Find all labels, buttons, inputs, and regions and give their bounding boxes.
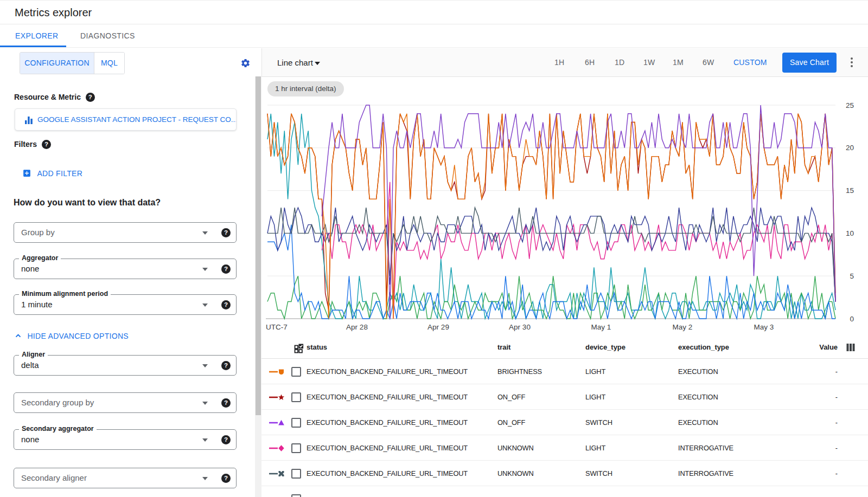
svg-text:May 2: May 2 — [673, 323, 693, 331]
svg-text:20: 20 — [846, 144, 854, 152]
svg-text:May 1: May 1 — [591, 323, 611, 331]
svg-text:May 3: May 3 — [754, 323, 774, 331]
svg-text:25: 25 — [846, 101, 854, 109]
svg-text:Apr 29: Apr 29 — [427, 323, 449, 331]
svg-text:Apr 30: Apr 30 — [509, 323, 531, 331]
svg-text:10: 10 — [846, 229, 854, 237]
svg-text:5: 5 — [850, 272, 854, 280]
svg-text:0: 0 — [850, 315, 854, 323]
svg-text:Apr 28: Apr 28 — [346, 323, 368, 331]
svg-text:15: 15 — [846, 186, 854, 195]
svg-text:UTC-7: UTC-7 — [266, 323, 288, 331]
